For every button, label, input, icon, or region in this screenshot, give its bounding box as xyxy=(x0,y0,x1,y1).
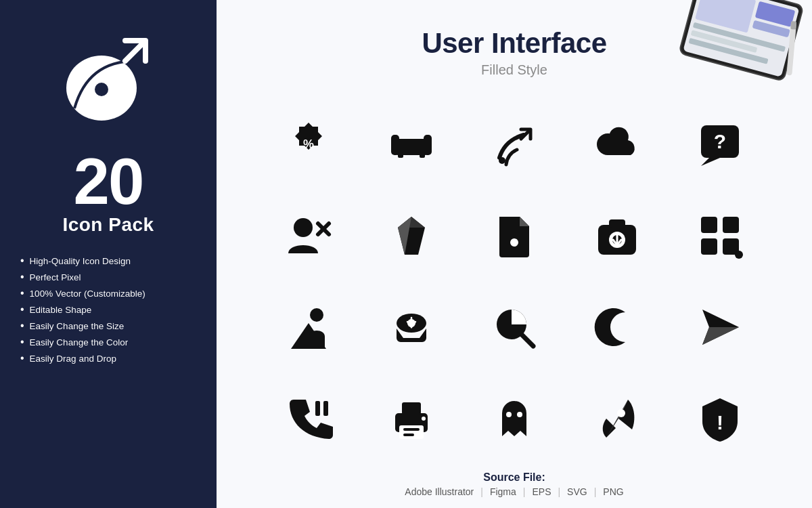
svg-marker-22 xyxy=(701,158,720,166)
icon-camera-download xyxy=(566,190,669,281)
separator: | xyxy=(523,486,526,497)
icons-grid: % xyxy=(217,91,812,465)
svg-rect-55 xyxy=(403,433,414,436)
svg-point-2 xyxy=(95,83,108,96)
source-eps: EPS xyxy=(532,486,551,497)
source-illustrator: Adobe Illustrator xyxy=(405,486,474,497)
svg-rect-36 xyxy=(701,217,717,233)
icon-discount: % xyxy=(257,98,360,190)
icon-rocket xyxy=(566,373,669,465)
feature-item: High-Quality Icon Design xyxy=(20,255,196,267)
separator: | xyxy=(594,486,597,497)
svg-rect-18 xyxy=(420,152,425,158)
icon-printer xyxy=(360,373,463,465)
svg-line-46 xyxy=(522,335,533,346)
icon-user-remove xyxy=(257,190,360,281)
svg-point-24 xyxy=(294,218,313,237)
svg-rect-34 xyxy=(609,219,625,228)
feature-item: Easily Change the Size xyxy=(20,320,196,332)
separator: | xyxy=(480,486,483,497)
icon-count: 20 xyxy=(20,149,196,214)
svg-point-57 xyxy=(506,412,512,417)
svg-rect-16 xyxy=(424,135,432,155)
svg-point-40 xyxy=(735,251,743,259)
svg-rect-12 xyxy=(790,21,796,30)
feature-item: Easily Change the Color xyxy=(20,336,196,348)
icon-satellite-call xyxy=(463,98,566,190)
svg-rect-54 xyxy=(403,428,420,431)
source-figma: Figma xyxy=(490,486,516,497)
feature-item: Perfect Pixel xyxy=(20,271,196,283)
svg-rect-53 xyxy=(402,402,421,415)
svg-point-59 xyxy=(617,409,625,417)
icon-send xyxy=(669,282,771,373)
icon-inbox xyxy=(360,282,463,373)
svg-line-1 xyxy=(125,42,144,61)
icon-diamond xyxy=(360,190,463,281)
icon-person-home xyxy=(257,282,360,373)
svg-point-41 xyxy=(310,308,323,322)
svg-text:?: ? xyxy=(714,130,726,152)
svg-marker-48 xyxy=(702,327,739,345)
separator: | xyxy=(558,486,560,497)
icon-sofa xyxy=(360,98,463,190)
svg-rect-52 xyxy=(399,425,424,439)
icon-shield-warning: ! xyxy=(669,373,771,465)
source-footer: Source File: Adobe Illustrator | Figma |… xyxy=(217,465,812,508)
svg-rect-17 xyxy=(398,152,403,158)
feature-item: Editable Shape xyxy=(20,303,196,316)
svg-point-58 xyxy=(517,412,522,417)
icon-grid xyxy=(669,190,771,281)
source-svg: SVG xyxy=(567,486,587,497)
features-list: High-Quality Icon Design Perfect Pixel 1… xyxy=(20,255,196,368)
source-items: Adobe Illustrator | Figma | EPS | SVG | … xyxy=(217,486,812,497)
icon-moon xyxy=(566,282,669,373)
feature-item: 100% Vector (Customizable) xyxy=(20,287,196,299)
svg-rect-38 xyxy=(701,238,717,255)
svg-text:%: % xyxy=(303,137,314,151)
sidebar: 20 Icon Pack High-Quality Icon Design Pe… xyxy=(0,0,217,508)
svg-point-30 xyxy=(510,238,518,247)
icon-ghost xyxy=(463,373,566,465)
svg-rect-50 xyxy=(323,401,328,416)
source-png: PNG xyxy=(603,486,623,497)
icon-phone-pause xyxy=(257,373,360,465)
svg-rect-15 xyxy=(391,135,399,155)
svg-point-19 xyxy=(499,157,505,164)
svg-rect-49 xyxy=(315,401,320,416)
svg-rect-37 xyxy=(723,217,739,233)
icon-file xyxy=(463,190,566,281)
icon-cloud xyxy=(566,98,669,190)
icon-label: Icon Pack xyxy=(20,214,196,236)
source-label: Source File: xyxy=(217,471,812,484)
icon-search-analytics xyxy=(463,282,566,373)
main-content: User Interface Filled Style % xyxy=(217,0,812,508)
feature-item: Easily Drag and Drop xyxy=(20,352,196,364)
hero-icon xyxy=(54,20,162,129)
svg-point-56 xyxy=(422,417,426,421)
svg-text:!: ! xyxy=(717,411,723,433)
